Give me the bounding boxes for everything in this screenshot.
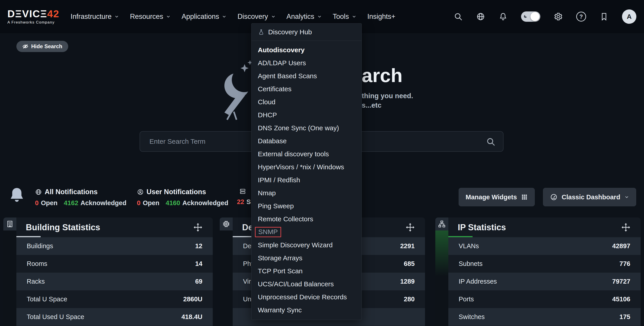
widget-header: IP Statistics [435, 218, 641, 237]
user-notifications-header: User Notifications [137, 188, 228, 196]
open-count: 0 [137, 199, 140, 207]
row-value: 14 [195, 260, 202, 268]
move-handle-icon[interactable] [405, 222, 415, 232]
menu-item-database[interactable]: Database [252, 135, 362, 148]
row-label: Un [243, 296, 251, 303]
user-notifications-title: User Notifications [146, 188, 206, 196]
nav-item-resources[interactable]: Resources [130, 12, 171, 21]
nav-item-insights-plus[interactable]: Insights+ [367, 12, 396, 21]
device42-logo-text: DΞVICΞ42 [8, 9, 60, 19]
third-notifications-counts[interactable]: 22 S [237, 198, 251, 206]
main-nav: Infrastructure Resources Applications Di… [71, 12, 396, 21]
menu-item-label: Cloud [258, 98, 275, 106]
menu-item-ad-ldap-users[interactable]: AD/LDAP Users [252, 56, 362, 69]
row-value: 418.4U [181, 313, 202, 321]
user-avatar[interactable]: A [622, 9, 636, 24]
table-row[interactable]: IP Addresses79727 [448, 273, 641, 290]
table-row[interactable]: Total U Space2860U [16, 290, 213, 308]
menu-item-snmp[interactable]: SNMP [252, 226, 362, 239]
menu-item-warranty-sync[interactable]: Warranty Sync [252, 304, 362, 317]
move-handle-icon[interactable] [621, 222, 631, 232]
hide-search-label: Hide Search [31, 43, 62, 49]
menu-item-unprocessed-device-records[interactable]: Unprocessed Device Records [252, 291, 362, 304]
gear-icon[interactable] [554, 12, 563, 21]
table-row[interactable]: VLANs42897 [448, 237, 641, 255]
row-value: 2860U [183, 296, 202, 303]
widget-rows: Buildings12 Rooms14 Racks69 Total U Spac… [16, 237, 213, 326]
nav-item-analytics[interactable]: Analytics [286, 12, 322, 21]
nav-label: Applications [182, 12, 219, 21]
ack-label: Acknowledged [80, 199, 126, 207]
table-row[interactable]: Ports45106 [448, 290, 641, 308]
row-label: Total U Space [27, 296, 67, 303]
chevron-down-icon [114, 14, 119, 19]
bookmark-icon[interactable] [600, 12, 608, 21]
row-label: Subnets [459, 260, 482, 268]
building-statistics-widget: Building Statistics Buildings12 Rooms14 … [3, 218, 213, 326]
table-row[interactable]: Rooms14 [16, 255, 213, 273]
table-row[interactable]: Buildings12 [16, 237, 213, 255]
logo-42: 42 [47, 8, 59, 19]
menu-item-ipmi-redfish[interactable]: IPMI / Redfish [252, 174, 362, 187]
menu-item-external-discovery-tools[interactable]: External discovery tools [252, 148, 362, 161]
row-value: 12 [195, 242, 202, 250]
device42-logo[interactable]: DΞVICΞ42 A Freshworks Company [8, 9, 60, 25]
nav-item-applications[interactable]: Applications [182, 12, 227, 21]
menu-item-label: Discovery Hub [268, 28, 312, 36]
table-row[interactable]: Total Used U Space418.4U [16, 308, 213, 326]
menu-item-dns-zone-sync[interactable]: DNS Zone Sync (One way) [252, 121, 362, 135]
menu-item-simple-discovery-wizard[interactable]: Simple Discovery Wizard [252, 239, 362, 252]
classic-dashboard-button[interactable]: Classic Dashboard [543, 188, 636, 206]
widget-side-strip [435, 231, 448, 326]
chevron-down-icon [271, 14, 276, 19]
flask-icon [258, 29, 264, 35]
row-value: 69 [195, 278, 202, 285]
menu-item-agent-based-scans[interactable]: Agent Based Scans [252, 69, 362, 82]
nav-item-discovery[interactable]: Discovery [238, 12, 276, 21]
menu-item-label: Warranty Sync [258, 306, 302, 314]
logo-subtitle: A Freshworks Company [8, 20, 60, 25]
menu-item-label: Certificates [258, 85, 292, 93]
table-row[interactable]: Subnets776 [448, 255, 641, 273]
menu-item-ucs-aci-load-balancers[interactable]: UCS/ACI/Load Balancers [252, 278, 362, 291]
row-label: Buildings [27, 242, 53, 250]
menu-item-dhcp[interactable]: DHCP [252, 108, 362, 121]
manage-widgets-label: Manage Widgets [466, 194, 517, 201]
bell-icon[interactable] [498, 12, 508, 21]
theme-toggle[interactable] [521, 11, 540, 22]
menu-item-label: Remote Collectors [258, 215, 313, 223]
table-row[interactable]: Racks69 [16, 273, 213, 290]
menu-item-ping-sweep[interactable]: Ping Sweep [252, 200, 362, 213]
globe-icon[interactable] [476, 12, 485, 21]
third-notifications-header [237, 188, 251, 195]
hide-search-button[interactable]: Hide Search [16, 41, 68, 52]
nav-label: Tools [333, 12, 349, 21]
search-icon[interactable] [486, 137, 496, 146]
nav-item-tools[interactable]: Tools [333, 12, 356, 21]
menu-item-certificates[interactable]: Certificates [252, 82, 362, 95]
move-handle-icon[interactable] [193, 222, 203, 232]
user-notifications-counts[interactable]: 0 Open 4160 Acknowledged [137, 199, 228, 207]
menu-item-cloud[interactable]: Cloud [252, 95, 362, 108]
help-icon[interactable]: ? [576, 12, 586, 21]
menu-item-remote-collectors[interactable]: Remote Collectors [252, 213, 362, 226]
search-icon[interactable] [454, 12, 463, 21]
menu-item-storage-arrays[interactable]: Storage Arrays [252, 252, 362, 265]
ip-statistics-widget: IP Statistics VLANs42897 Subnets776 IP A… [435, 218, 641, 326]
global-search-heading-fragment: arch [362, 66, 402, 85]
row-label: Rooms [27, 260, 47, 268]
menu-item-hypervisors-nix-windows[interactable]: HyperVisors / *nix / Windows [252, 161, 362, 174]
manage-widgets-button[interactable]: Manage Widgets [459, 188, 535, 206]
row-value: 280 [404, 296, 415, 303]
table-row[interactable]: Switches175 [448, 308, 641, 326]
nav-item-infrastructure[interactable]: Infrastructure [71, 12, 120, 21]
row-value: 79727 [612, 278, 630, 285]
nav-label: Resources [130, 12, 163, 21]
all-notifications-counts[interactable]: 0 Open 4162 Acknowledged [35, 199, 126, 207]
nav-label: Analytics [286, 12, 314, 21]
menu-item-tcp-port-scan[interactable]: TCP Port Scan [252, 265, 362, 278]
widget-side-strip [220, 231, 233, 326]
row-value: 1289 [400, 278, 415, 285]
menu-item-discovery-hub[interactable]: Discovery Hub [252, 23, 362, 40]
menu-item-nmap[interactable]: Nmap [252, 187, 362, 200]
